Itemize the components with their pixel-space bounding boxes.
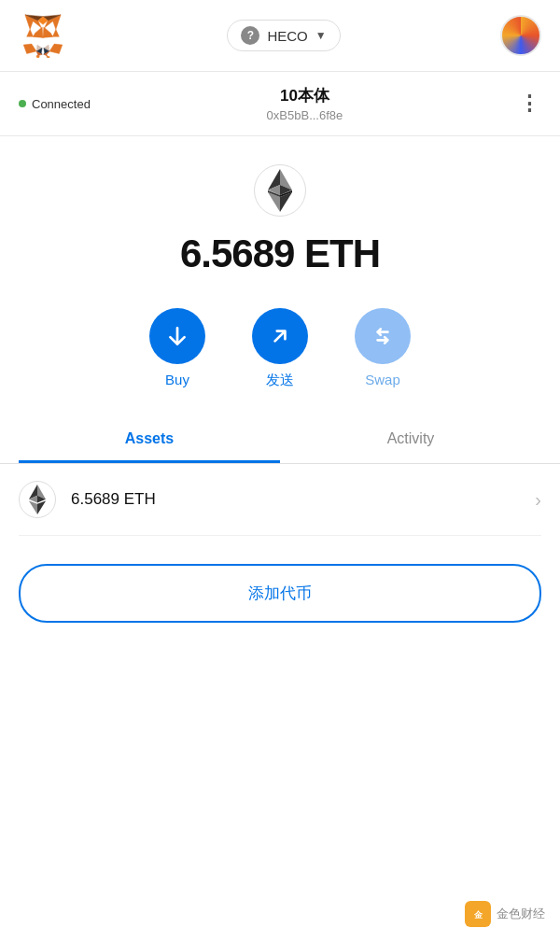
action-buttons: Buy 发送 Swap: [0, 299, 560, 417]
network-name: HECO: [267, 28, 307, 44]
network-selector[interactable]: ? HECO ▼: [227, 20, 340, 51]
swap-icon-circle: [355, 308, 411, 364]
avatar[interactable]: [500, 15, 541, 56]
send-icon-circle: [252, 308, 308, 364]
account-info: 10本体 0xB5bB...6f8e: [267, 85, 343, 122]
account-bar: Connected 10本体 0xB5bB...6f8e ⋮: [0, 72, 560, 136]
tab-activity[interactable]: Activity: [280, 417, 541, 463]
account-name: 10本体: [267, 85, 343, 106]
header: ? HECO ▼: [0, 0, 560, 72]
svg-marker-43: [29, 500, 37, 514]
asset-eth-amount: 6.5689 ETH: [71, 490, 156, 509]
svg-text:金: 金: [473, 910, 483, 920]
connected-label: Connected: [32, 97, 91, 111]
asset-left: 6.5689 ETH: [19, 481, 156, 518]
balance-section: 6.5689 ETH: [0, 136, 560, 299]
tab-assets[interactable]: Assets: [19, 417, 280, 463]
tabs: Assets Activity: [0, 417, 560, 464]
eth-icon: [254, 164, 306, 217]
swap-label: Swap: [365, 372, 400, 387]
svg-marker-27: [27, 30, 34, 37]
help-icon: ?: [241, 26, 259, 45]
watermark-label: 金色财经: [497, 906, 545, 922]
account-address: 0xB5bB...6f8e: [267, 108, 343, 122]
buy-icon-circle: [149, 308, 205, 364]
balance-amount: 6.5689 ETH: [180, 232, 380, 276]
svg-marker-3: [23, 44, 36, 53]
watermark-icon: 金: [465, 901, 491, 927]
chevron-right-icon: ›: [535, 489, 541, 511]
asset-row[interactable]: 6.5689 ETH ›: [19, 464, 541, 536]
asset-eth-icon: [19, 481, 56, 518]
chevron-down-icon: ▼: [315, 29, 327, 42]
assets-list: 6.5689 ETH ›: [0, 464, 560, 536]
add-token-container: 添加代币: [0, 536, 560, 641]
swap-button[interactable]: Swap: [355, 308, 411, 389]
svg-marker-42: [37, 500, 46, 514]
more-options-button[interactable]: ⋮: [519, 93, 541, 114]
watermark: 金 金色财经: [465, 901, 545, 927]
connected-badge: Connected: [19, 97, 91, 111]
add-token-button[interactable]: 添加代币: [19, 564, 541, 623]
buy-label: Buy: [165, 372, 189, 387]
logo-area: [19, 13, 67, 58]
send-button[interactable]: 发送: [252, 308, 308, 389]
buy-button[interactable]: Buy: [149, 308, 205, 389]
send-label: 发送: [266, 372, 294, 389]
connected-dot: [19, 100, 26, 107]
svg-marker-26: [52, 30, 59, 37]
svg-marker-2: [49, 44, 63, 53]
metamask-logo: [19, 13, 67, 58]
